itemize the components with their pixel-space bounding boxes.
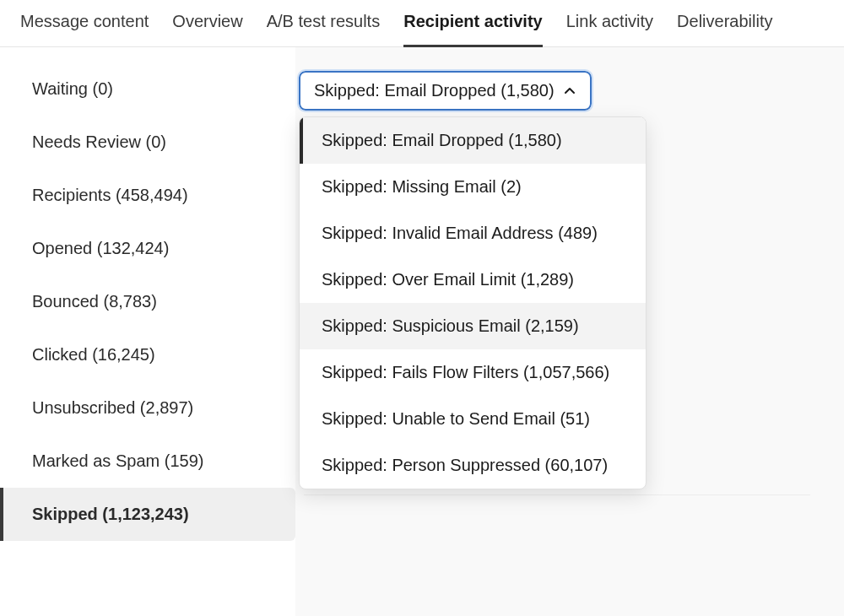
list-divider bbox=[304, 494, 810, 495]
tab-ab-test-results[interactable]: A/B test results bbox=[267, 0, 381, 48]
sidebar-item-unsubscribed[interactable]: Unsubscribed (2,897) bbox=[0, 381, 295, 435]
dropdown-option-over-email-limit[interactable]: Skipped: Over Email Limit (1,289) bbox=[300, 257, 646, 303]
dropdown-option-invalid-email[interactable]: Skipped: Invalid Email Address (489) bbox=[300, 210, 646, 257]
skip-reason-dropdown-menu: Skipped: Email Dropped (1,580) Skipped: … bbox=[299, 116, 647, 489]
sidebar-item-needs-review[interactable]: Needs Review (0) bbox=[0, 116, 295, 169]
tab-deliverability[interactable]: Deliverability bbox=[677, 0, 772, 48]
sidebar-item-recipients[interactable]: Recipients (458,494) bbox=[0, 169, 295, 222]
tab-overview[interactable]: Overview bbox=[172, 0, 242, 48]
skip-reason-dropdown[interactable]: Skipped: Email Dropped (1,580) bbox=[299, 71, 592, 111]
content-area: truongbrandin@gmail.co Skipped: Email Dr… bbox=[295, 47, 844, 616]
dropdown-selected-label: Skipped: Email Dropped (1,580) bbox=[314, 81, 555, 100]
sidebar-item-marked-as-spam[interactable]: Marked as Spam (159) bbox=[0, 435, 295, 488]
tab-recipient-activity[interactable]: Recipient activity bbox=[403, 0, 543, 48]
dropdown-option-fails-flow-filters[interactable]: Skipped: Fails Flow Filters (1,057,566) bbox=[300, 349, 646, 396]
sidebar-item-waiting[interactable]: Waiting (0) bbox=[0, 62, 295, 116]
dropdown-option-unable-to-send[interactable]: Skipped: Unable to Send Email (51) bbox=[300, 396, 646, 442]
main-area: Waiting (0) Needs Review (0) Recipients … bbox=[0, 47, 844, 616]
dropdown-option-missing-email[interactable]: Skipped: Missing Email (2) bbox=[300, 164, 646, 210]
tabs-bar: Message content Overview A/B test result… bbox=[0, 0, 844, 47]
sidebar-item-skipped[interactable]: Skipped (1,123,243) bbox=[0, 488, 295, 541]
tab-message-content[interactable]: Message content bbox=[20, 0, 149, 48]
dropdown-option-person-suppressed[interactable]: Skipped: Person Suppressed (60,107) bbox=[300, 442, 646, 489]
dropdown-option-suspicious-email[interactable]: Skipped: Suspicious Email (2,159) bbox=[300, 303, 646, 349]
chevron-up-icon bbox=[563, 84, 576, 98]
sidebar-item-bounced[interactable]: Bounced (8,783) bbox=[0, 275, 295, 328]
sidebar-item-opened[interactable]: Opened (132,424) bbox=[0, 222, 295, 275]
sidebar: Waiting (0) Needs Review (0) Recipients … bbox=[0, 47, 295, 616]
dropdown-option-email-dropped[interactable]: Skipped: Email Dropped (1,580) bbox=[300, 117, 646, 164]
sidebar-item-clicked[interactable]: Clicked (16,245) bbox=[0, 328, 295, 381]
tab-link-activity[interactable]: Link activity bbox=[566, 0, 653, 48]
